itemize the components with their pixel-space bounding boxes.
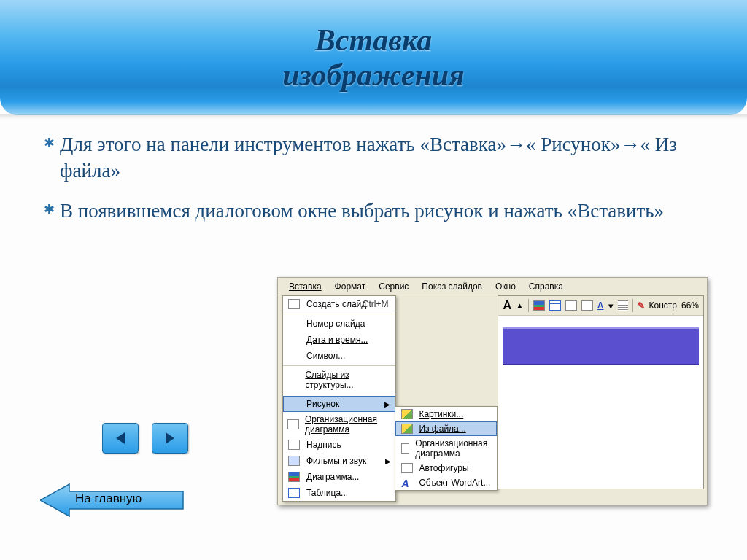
chevron-right-icon: ▶ bbox=[385, 457, 391, 465]
chart-icon bbox=[288, 472, 300, 482]
menu-item-slide-number[interactable]: Номер слайда bbox=[283, 316, 395, 332]
submenu-autoshapes[interactable]: Автофигуры bbox=[395, 461, 497, 475]
textbox-icon bbox=[288, 440, 300, 450]
home-label: На главную bbox=[75, 491, 142, 506]
title-line2: изображения bbox=[282, 58, 465, 93]
picture-submenu: Картинки... Из файла... Организационная … bbox=[395, 406, 498, 491]
grid-icon[interactable] bbox=[618, 300, 628, 311]
triangle-left-icon bbox=[112, 429, 129, 447]
menu-item-table[interactable]: Таблица... bbox=[283, 485, 395, 501]
layout-icon[interactable] bbox=[581, 300, 593, 311]
submenu-wordart[interactable]: AОбъект WordArt... bbox=[395, 475, 497, 490]
pen-icon[interactable]: ✎ bbox=[638, 300, 645, 311]
menu-item-textbox[interactable]: Надпись bbox=[283, 437, 395, 453]
menu-item-slides-structure[interactable]: Слайды из структуры... bbox=[283, 368, 395, 392]
clipart-icon bbox=[401, 409, 413, 419]
menu-insert[interactable]: Вставка bbox=[284, 280, 327, 293]
menu-item-movies-sound[interactable]: Фильмы и звук▶ bbox=[283, 453, 395, 469]
slide-area bbox=[503, 327, 699, 365]
submenu-org-diagram[interactable]: Организационная диаграмма bbox=[395, 436, 497, 461]
shapes-icon bbox=[401, 463, 413, 473]
menu-item-date-time[interactable]: Дата и время... bbox=[283, 332, 395, 348]
chart-icon[interactable] bbox=[533, 300, 545, 311]
insert-dropdown: Создать слайд Ctrl+M Номер слайда Дата и… bbox=[282, 295, 396, 502]
next-button[interactable] bbox=[152, 423, 188, 454]
shortcut-label: Ctrl+M bbox=[363, 299, 389, 309]
image-icon bbox=[401, 424, 413, 434]
menu-item-picture[interactable]: Рисунок ▶ bbox=[283, 396, 395, 412]
menu-item-symbol[interactable]: Символ... bbox=[283, 348, 395, 364]
app-menu-screenshot: Вставка Формат Сервис Показ слайдов Окно… bbox=[277, 277, 708, 505]
table-icon[interactable] bbox=[549, 300, 561, 311]
menu-item-diagram[interactable]: Диаграмма... bbox=[283, 469, 395, 485]
formatting-toolbar: A ▲ A ▾ ✎ Констр 66% bbox=[498, 296, 703, 316]
menu-tools[interactable]: Сервис bbox=[374, 280, 414, 293]
menu-window[interactable]: Окно bbox=[490, 280, 521, 293]
submenu-from-file[interactable]: Из файла... bbox=[395, 421, 497, 436]
menu-slideshow[interactable]: Показ слайдов bbox=[417, 280, 487, 293]
menu-item-new-slide[interactable]: Создать слайд Ctrl+M bbox=[283, 296, 395, 312]
bullet-item: Для этого на панели инструментов нажать … bbox=[44, 131, 712, 184]
bullet-list: Для этого на панели инструментов нажать … bbox=[44, 131, 712, 224]
home-button[interactable]: На главную bbox=[40, 481, 186, 519]
video-icon bbox=[288, 456, 300, 466]
submenu-clipart[interactable]: Картинки... bbox=[395, 407, 497, 421]
bullet-item: В появившемся диалоговом окне выбрать ри… bbox=[44, 198, 712, 224]
chevron-right-icon: ▶ bbox=[384, 400, 390, 408]
triangle-right-icon bbox=[161, 429, 179, 447]
menubar: Вставка Формат Сервис Показ слайдов Окно… bbox=[278, 278, 707, 295]
font-color-icon[interactable]: A bbox=[597, 300, 604, 311]
slide-icon bbox=[288, 299, 300, 309]
prev-button[interactable] bbox=[102, 423, 139, 454]
wordart-icon: A bbox=[401, 478, 413, 488]
menu-help[interactable]: Справка bbox=[524, 280, 568, 293]
zoom-value: 66% bbox=[681, 300, 699, 311]
menu-item-org-chart[interactable]: Организационная диаграмма bbox=[283, 412, 395, 437]
layout-icon[interactable] bbox=[565, 300, 577, 311]
orgchart-icon bbox=[287, 419, 299, 429]
slide-header: Вставка изображения bbox=[0, 0, 747, 115]
font-size-icon: A bbox=[503, 299, 511, 312]
table-icon bbox=[288, 488, 300, 498]
nav-buttons bbox=[102, 423, 188, 454]
menu-format[interactable]: Формат bbox=[330, 280, 371, 293]
right-panel: A ▲ A ▾ ✎ Констр 66% bbox=[498, 295, 704, 489]
title-line1: Вставка bbox=[315, 23, 432, 58]
construct-label: Констр bbox=[649, 300, 677, 311]
orgchart-icon bbox=[401, 443, 409, 454]
